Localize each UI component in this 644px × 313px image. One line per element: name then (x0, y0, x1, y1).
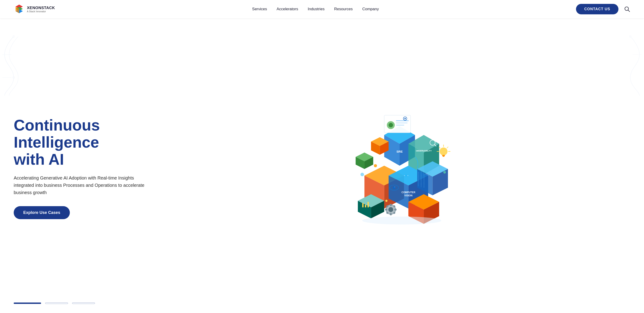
nav-links: Services Accelerators Industries Resourc… (252, 7, 379, 11)
svg-rect-61 (362, 203, 364, 207)
svg-rect-79 (443, 156, 444, 157)
nav-item-company[interactable]: Company (362, 7, 379, 11)
hero-section: Continuous Intelligence with AI Accelera… (0, 18, 644, 313)
logo-icon (14, 4, 25, 14)
svg-point-4 (625, 7, 628, 10)
svg-point-65 (388, 207, 393, 212)
svg-point-18 (389, 123, 393, 127)
nav-right: CONTACT US (576, 4, 630, 14)
nav-item-industries[interactable]: Industries (308, 7, 324, 11)
svg-text:OBSERVABILITY: OBSERVABILITY (416, 150, 432, 152)
svg-rect-66 (390, 204, 392, 206)
svg-text:COMPUTER: COMPUTER (402, 191, 415, 194)
logo-text: XENONSTACK A Stack Innovator (27, 6, 55, 13)
nav-item-services[interactable]: Services (252, 7, 267, 11)
svg-point-87 (444, 171, 446, 173)
slider-dot-2[interactable] (45, 303, 68, 304)
svg-rect-67 (390, 213, 392, 215)
svg-rect-63 (368, 202, 369, 207)
explore-use-cases-button[interactable]: Explore Use Cases (14, 206, 70, 219)
svg-rect-69 (385, 209, 387, 210)
search-button[interactable] (624, 6, 630, 12)
hero-title: Continuous Intelligence with AI (14, 117, 169, 168)
nav-item-resources[interactable]: Resources (334, 7, 352, 11)
svg-point-44 (385, 200, 388, 202)
svg-line-5 (628, 10, 630, 12)
hero-right: SRE OBSERVABILITY (169, 109, 630, 227)
hero-subtitle: Accelerating Generative AI Adoption with… (14, 174, 150, 196)
svg-rect-78 (442, 155, 445, 156)
logo[interactable]: XENONSTACK A Stack Innovator (14, 4, 55, 14)
slider-dots (14, 303, 95, 304)
svg-line-83 (447, 147, 448, 148)
svg-point-88 (360, 173, 364, 176)
nav-item-accelerators[interactable]: Accelerators (276, 7, 298, 11)
svg-point-89 (362, 217, 441, 225)
slider-dot-1[interactable] (14, 303, 41, 304)
svg-text:SRE: SRE (396, 150, 403, 153)
hero-illustration: SRE OBSERVABILITY (340, 109, 459, 227)
svg-point-77 (440, 147, 448, 155)
navbar: XENONSTACK A Stack Innovator Services Ac… (0, 0, 644, 18)
bg-decoration-right (616, 32, 644, 100)
svg-point-86 (374, 164, 377, 167)
svg-text:VISION: VISION (404, 194, 412, 197)
hero-left: Continuous Intelligence with AI Accelera… (14, 117, 169, 219)
svg-point-23 (404, 118, 406, 119)
search-icon (624, 6, 630, 12)
svg-point-51 (405, 174, 407, 177)
logo-subtitle: A Stack Innovator (27, 10, 55, 13)
svg-rect-62 (365, 205, 366, 207)
iso-svg: SRE OBSERVABILITY (340, 109, 459, 227)
svg-rect-68 (394, 209, 396, 210)
bg-decoration-left (0, 32, 28, 100)
hero-title-line2: with AI (14, 151, 64, 168)
hero-title-line1: Continuous Intelligence (14, 116, 100, 151)
logo-name: XENONSTACK (27, 6, 55, 10)
contact-us-button[interactable]: CONTACT US (576, 4, 618, 14)
slider-dot-3[interactable] (72, 303, 95, 304)
